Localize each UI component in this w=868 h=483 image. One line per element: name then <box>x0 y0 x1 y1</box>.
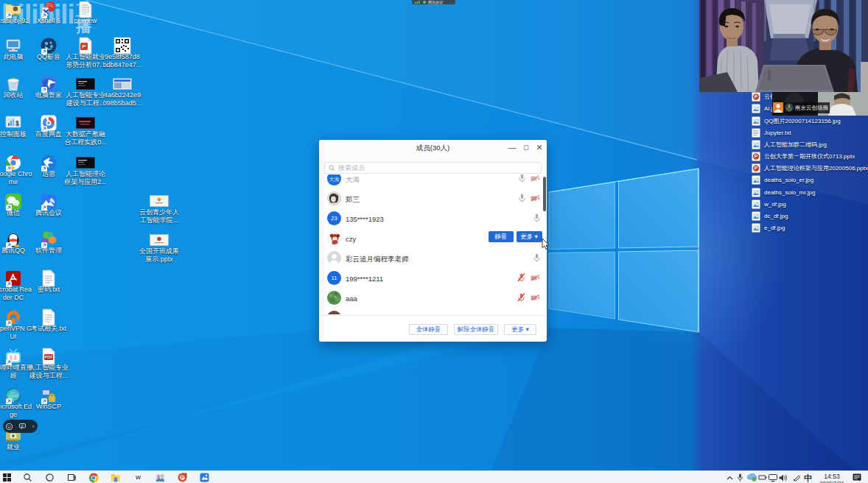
svg-text:P: P <box>755 166 758 171</box>
svg-text:大海: 大海 <box>329 177 340 183</box>
svg-text:P: P <box>181 475 184 480</box>
svg-text:P: P <box>755 154 758 159</box>
svg-text:W: W <box>135 474 141 481</box>
svg-text:P: P <box>82 43 86 50</box>
svg-text:南京云创场腾: 南京云创场腾 <box>794 105 829 111</box>
svg-text:P: P <box>755 94 758 99</box>
svg-text:PDF: PDF <box>45 355 54 359</box>
svg-text:1: 1 <box>15 119 19 127</box>
